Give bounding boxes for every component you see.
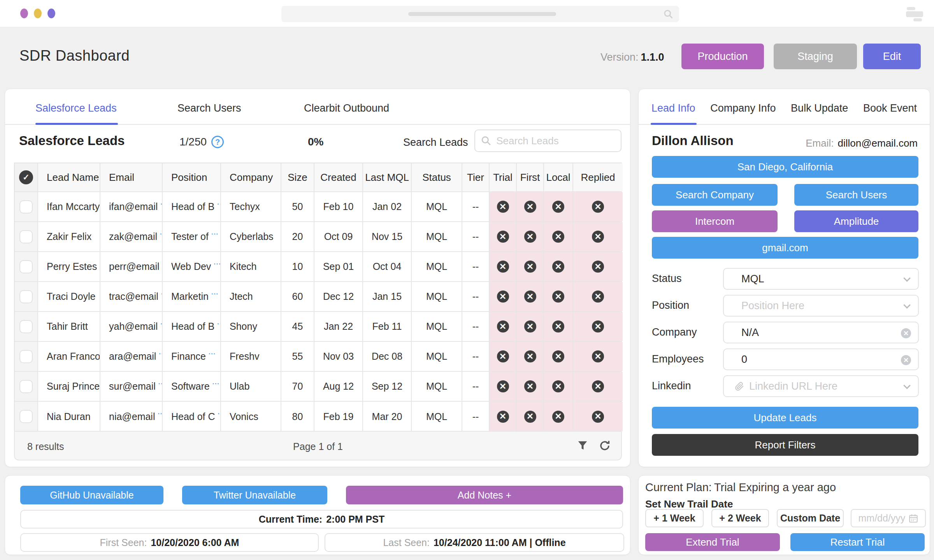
truncated-text-indicator[interactable]: ···: [158, 410, 163, 417]
employees-input[interactable]: 0 ✕: [723, 348, 919, 370]
truncated-text-indicator[interactable]: ···: [159, 350, 163, 357]
row-checkbox[interactable]: [19, 290, 33, 303]
search-company-button[interactable]: Search Company: [652, 184, 778, 206]
row-checkbox[interactable]: [19, 260, 33, 273]
search-icon[interactable]: [663, 9, 674, 19]
row-checkbox[interactable]: [19, 410, 33, 423]
help-icon[interactable]: ?: [211, 136, 224, 148]
search-leads-input[interactable]: [496, 135, 615, 147]
truncated-text-indicator[interactable]: ···: [217, 320, 221, 327]
refresh-icon[interactable]: [599, 439, 611, 452]
trial-date-field[interactable]: [851, 509, 926, 527]
cell-name: Traci Doyle: [38, 282, 100, 311]
cell-size: 45: [281, 312, 314, 341]
current-time-value: 2:00 PM PST: [326, 514, 384, 525]
restart-trial-button[interactable]: Restart Trial: [790, 533, 925, 551]
plus-one-week-button[interactable]: + 1 Week: [645, 509, 704, 527]
unavailable-icon: ✕: [497, 350, 509, 362]
cell-name: Nia Duran: [38, 402, 100, 431]
cell-last_mql: Dec 08: [363, 342, 412, 371]
domain-button[interactable]: gmail.com: [652, 237, 918, 259]
column-header-name: Lead Name: [38, 163, 100, 191]
cell-company: Cyberlabs: [221, 222, 281, 251]
unavailable-icon: ✕: [592, 411, 604, 423]
twitter-unavailable-button[interactable]: Twitter Unavailable: [182, 486, 327, 504]
cell-company: Vonics: [221, 402, 281, 431]
cell-size: 60: [281, 282, 314, 311]
cell-first: ✕: [517, 402, 544, 431]
plus-two-week-button[interactable]: + 2 Week: [711, 509, 769, 527]
menu-icon[interactable]: [905, 6, 924, 22]
cell-local: ✕: [544, 252, 573, 281]
row-checkbox[interactable]: [19, 380, 33, 393]
clear-icon[interactable]: ✕: [901, 355, 911, 365]
truncated-text-indicator[interactable]: ···: [158, 380, 163, 387]
cell-status: MQL: [412, 312, 462, 341]
row-checkbox[interactable]: [19, 350, 33, 363]
search-users-button[interactable]: Search Users: [794, 184, 918, 206]
filter-icon[interactable]: [577, 440, 588, 452]
truncated-text-indicator[interactable]: ···: [212, 380, 220, 387]
report-filters-button[interactable]: Report Filters: [652, 434, 918, 456]
window-control-dot-yellow[interactable]: [34, 9, 42, 18]
browser-address-bar[interactable]: [281, 6, 679, 22]
row-select-cell: [15, 252, 38, 281]
trial-date-input[interactable]: [859, 513, 905, 524]
clear-icon[interactable]: ✕: [901, 328, 911, 338]
unavailable-icon: ✕: [497, 411, 509, 423]
add-notes-button[interactable]: Add Notes +: [346, 486, 623, 504]
custom-date-button[interactable]: Custom Date: [777, 509, 844, 527]
position-select[interactable]: Position Here: [723, 295, 919, 317]
truncated-text-indicator[interactable]: ···: [211, 231, 219, 238]
table-header-row: ✓Lead NameEmailPositionCompanySizeCreate…: [15, 163, 621, 192]
unavailable-icon: ✕: [497, 380, 509, 392]
company-input[interactable]: N/A ✕: [723, 322, 919, 343]
tab-book-event[interactable]: Book Event: [863, 102, 917, 124]
cell-status: MQL: [412, 342, 462, 371]
tab-company-info[interactable]: Company Info: [710, 102, 776, 124]
leads-table: ✓Lead NameEmailPositionCompanySizeCreate…: [14, 163, 622, 432]
unavailable-icon: ✕: [524, 350, 536, 362]
table-footer: 8 results Page 1 of 1: [14, 431, 622, 460]
edit-button[interactable]: Edit: [863, 44, 921, 69]
status-select[interactable]: MQL: [723, 268, 919, 290]
status-form-row: Status MQL: [639, 268, 930, 290]
email-value: dillon@email.com: [837, 137, 918, 149]
truncated-text-indicator[interactable]: ···: [218, 410, 221, 417]
intercom-button[interactable]: Intercom: [652, 210, 778, 232]
select-all-checkbox[interactable]: ✓: [19, 170, 33, 184]
tab-bulk-update[interactable]: Bulk Update: [791, 102, 848, 124]
truncated-text-indicator[interactable]: ···: [209, 350, 216, 357]
cell-last_mql: Mar 20: [363, 402, 412, 431]
truncated-text-indicator[interactable]: ···: [214, 261, 221, 268]
amplitude-button[interactable]: Amplitude: [794, 210, 918, 232]
truncated-text-indicator[interactable]: ···: [211, 290, 219, 298]
production-button[interactable]: Production: [681, 44, 764, 69]
row-checkbox[interactable]: [19, 230, 33, 243]
github-unavailable-button[interactable]: GitHub Unavailable: [20, 486, 163, 504]
employees-form-row: Employees 0 ✕: [639, 348, 930, 370]
window-control-dot-purple[interactable]: [20, 9, 28, 18]
tab-search-users[interactable]: Search Users: [177, 102, 241, 114]
lead-activity-panel: GitHub Unavailable Twitter Unavailable A…: [5, 475, 630, 555]
cell-size: 70: [281, 372, 314, 401]
row-checkbox[interactable]: [19, 200, 33, 214]
cell-tier: --: [462, 282, 490, 311]
location-button[interactable]: San Diego, California: [652, 156, 918, 178]
tab-clearbit-outbound[interactable]: Clearbit Outbound: [304, 102, 389, 114]
table-row: Aran Francoara@email···Finance···Freshv5…: [15, 342, 621, 372]
update-leads-button[interactable]: Update Leads: [652, 407, 918, 429]
search-leads-label: Search Leads: [403, 136, 468, 149]
truncated-text-indicator[interactable]: ···: [160, 231, 163, 238]
linkedin-input[interactable]: Linkedin URL Here: [723, 375, 919, 397]
tab-lead-info[interactable]: Lead Info: [651, 102, 695, 124]
staging-button[interactable]: Staging: [774, 44, 857, 69]
tab-salesforce-leads[interactable]: Salesforce Leads: [35, 102, 117, 114]
window-control-dot-indigo[interactable]: [47, 9, 55, 18]
truncated-text-indicator[interactable]: ···: [217, 201, 221, 208]
extend-trial-button[interactable]: Extend Trial: [645, 533, 780, 551]
status-label: Status: [652, 273, 682, 285]
company-label: Company: [652, 326, 697, 338]
cell-trial: ✕: [490, 402, 517, 431]
row-checkbox[interactable]: [19, 320, 33, 333]
